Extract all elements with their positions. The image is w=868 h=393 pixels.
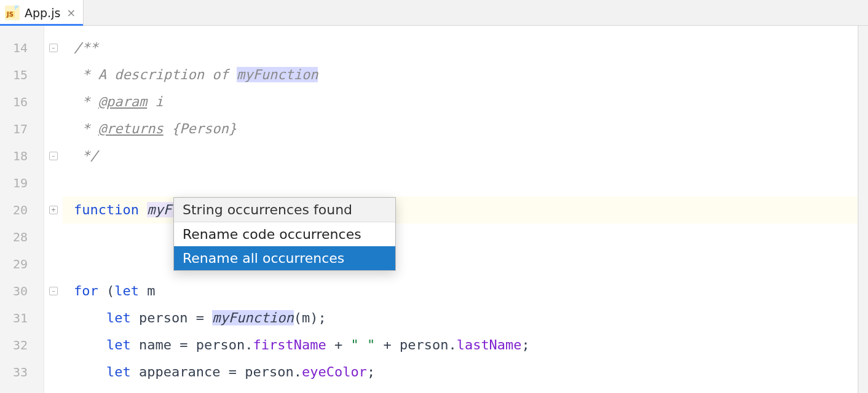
vertical-scrollbar[interactable] <box>858 26 868 393</box>
line-number: 16 <box>0 88 44 115</box>
code-token: * <box>74 67 98 82</box>
code-token: person <box>400 337 448 352</box>
code-token: @returns <box>98 121 164 136</box>
code-token: person <box>196 337 245 352</box>
fold-cell <box>44 332 63 359</box>
code-token: ); <box>310 310 326 325</box>
line-number: 28 <box>0 224 44 251</box>
code-token: . <box>448 337 456 352</box>
fold-cell <box>44 224 63 251</box>
line-number: 18 <box>0 142 44 169</box>
code-token: let <box>114 283 147 298</box>
code-token: A description of <box>98 67 237 82</box>
code-token: . <box>245 337 253 352</box>
fold-cell <box>44 88 63 115</box>
code-token: = <box>220 364 245 379</box>
code-line[interactable]: * @returns {Person} <box>63 115 868 142</box>
fold-expand-icon[interactable]: + <box>49 206 58 214</box>
line-number: 20 <box>0 196 44 224</box>
line-number: 17 <box>0 115 44 142</box>
line-number-gutter: 14151617181920282930313233 <box>0 26 44 393</box>
code-token: * <box>74 121 98 136</box>
js-file-icon <box>5 6 20 20</box>
code-token <box>74 364 106 379</box>
fold-cell: – <box>44 142 63 169</box>
code-token <box>74 310 106 325</box>
popup-header: String occurrences found <box>174 198 395 222</box>
code-token: /** <box>74 40 98 55</box>
code-line[interactable]: * A description of myFunction <box>63 61 868 88</box>
code-token: + <box>375 337 400 352</box>
code-line[interactable]: * @param i <box>63 88 868 115</box>
code-token: {Person} <box>164 121 237 136</box>
code-token: */ <box>74 148 98 163</box>
code-token: function <box>74 202 147 217</box>
code-token: ; <box>367 364 375 379</box>
code-token: i <box>147 94 164 109</box>
code-token: let <box>106 310 139 325</box>
code-token: = <box>172 337 196 352</box>
code-line[interactable]: */ <box>63 142 868 169</box>
code-token: myFunction <box>212 310 293 325</box>
code-token: person <box>245 364 293 379</box>
code-token: myFunction <box>237 67 318 82</box>
fold-collapse-icon[interactable]: – <box>49 152 58 160</box>
fold-collapse-icon[interactable]: – <box>49 44 58 52</box>
code-token: @param <box>98 94 147 109</box>
code-line[interactable]: let name = person.firstName + " " + pers… <box>63 332 868 359</box>
code-token: " " <box>350 337 375 352</box>
close-icon[interactable]: × <box>65 6 77 19</box>
fold-cell <box>44 305 63 332</box>
tab-filename: App.js <box>25 6 60 20</box>
fold-cell: – <box>44 278 63 305</box>
code-token: ; <box>522 337 530 352</box>
code-token: * <box>74 94 98 109</box>
code-token: appearance <box>139 364 220 379</box>
code-line[interactable]: let person = myFunction(m); <box>63 305 868 332</box>
tab-bar: App.js × <box>0 0 868 26</box>
code-token: = <box>187 310 212 325</box>
code-token: person <box>139 310 187 325</box>
code-token: name <box>139 337 172 352</box>
popup-menu-item[interactable]: Rename all occurrences <box>174 246 395 270</box>
line-number: 31 <box>0 305 44 332</box>
file-tab[interactable]: App.js × <box>0 0 84 25</box>
fold-cell <box>44 115 63 142</box>
fold-column: ––+– <box>44 26 63 393</box>
code-token: ( <box>294 310 302 325</box>
code-line[interactable]: /** <box>63 34 868 61</box>
code-token: + <box>326 337 351 352</box>
popup-menu-item[interactable]: Rename code occurrences <box>174 222 395 246</box>
code-token: let <box>106 337 139 352</box>
code-token: . <box>294 364 302 379</box>
code-line[interactable]: for (let m <box>63 278 868 305</box>
line-number: 30 <box>0 278 44 305</box>
fold-cell: + <box>44 196 63 224</box>
line-number: 29 <box>0 251 44 278</box>
code-line[interactable] <box>63 169 868 196</box>
fold-cell <box>44 61 63 88</box>
code-area: 14151617181920282930313233 ––+– /** * A … <box>0 26 868 393</box>
code-token: lastName <box>457 337 522 352</box>
code-token: ( <box>106 283 114 298</box>
code-token: firstName <box>253 337 326 352</box>
code-token <box>74 337 106 352</box>
fold-cell: – <box>44 34 63 61</box>
line-number: 14 <box>0 34 44 61</box>
code-line[interactable]: let appearance = person.eyeColor; <box>63 359 868 386</box>
code-token: eyeColor <box>302 364 367 379</box>
rename-popup: String occurrences found Rename code occ… <box>173 197 396 271</box>
line-number: 19 <box>0 169 44 196</box>
line-number: 32 <box>0 332 44 359</box>
fold-cell <box>44 169 63 196</box>
fold-collapse-icon[interactable]: – <box>49 287 58 295</box>
code-token: for <box>74 283 106 298</box>
line-number: 15 <box>0 61 44 88</box>
editor-window: App.js × 14151617181920282930313233 ––+–… <box>0 0 868 393</box>
code-token: m <box>302 310 310 325</box>
fold-cell <box>44 359 63 386</box>
fold-cell <box>44 251 63 278</box>
code-token: let <box>106 364 139 379</box>
line-number: 33 <box>0 359 44 386</box>
code-token: m <box>147 283 155 298</box>
